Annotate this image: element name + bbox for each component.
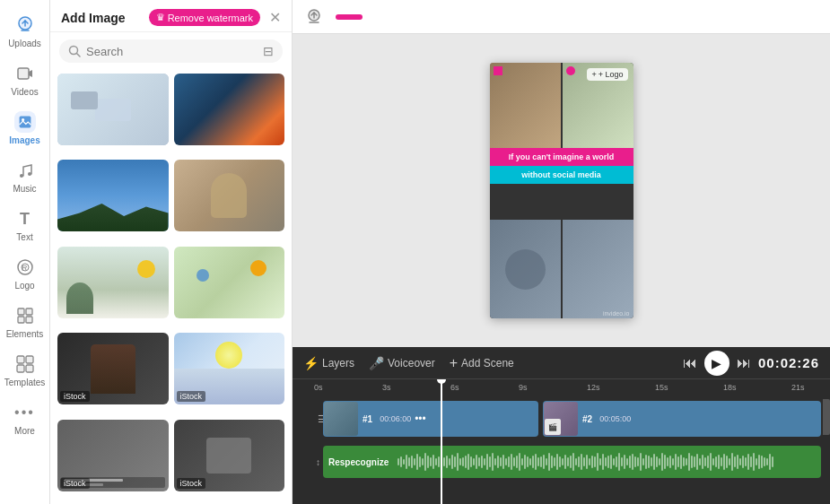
layers-icon: ⚡ xyxy=(303,356,319,370)
brand-bar xyxy=(336,14,363,20)
image-item[interactable]: iStock xyxy=(174,333,285,404)
image-grid: iStock iStock iStock xyxy=(50,70,292,504)
video-track-row: ☰ #1 00:06:00 ••• 🎬 #2 00:05:00 xyxy=(314,399,830,439)
scene2-number: #2 xyxy=(579,413,596,426)
image-item[interactable] xyxy=(57,74,169,145)
image-item[interactable] xyxy=(57,247,169,318)
istock-label: iStock xyxy=(60,391,90,402)
sidebar-item-label: Logo xyxy=(14,281,34,291)
sidebar-item-label: Music xyxy=(13,184,36,194)
uploads-icon xyxy=(14,14,36,36)
image-item[interactable] xyxy=(174,160,285,231)
audio-segment[interactable]: Respecognize (function(){ var w = docume… xyxy=(323,446,821,478)
scene2-thumb: 🎬 xyxy=(544,402,578,436)
svg-rect-14 xyxy=(17,365,24,372)
scene2-segment[interactable]: 🎬 #2 00:05:00 xyxy=(543,401,821,437)
audio-track-left-icon: ↕ xyxy=(316,457,320,467)
elements-icon xyxy=(14,305,36,326)
add-scene-button[interactable]: + Add Scene xyxy=(450,355,514,371)
image-item[interactable]: iStock xyxy=(57,333,169,404)
svg-rect-15 xyxy=(26,365,33,372)
scene2-duration: 00:05:00 xyxy=(599,414,631,423)
ruler-mark-21s: 21s xyxy=(791,383,805,392)
svg-rect-10 xyxy=(18,317,24,323)
istock-label: iStock xyxy=(177,478,206,489)
remove-watermark-button[interactable]: ♛ Remove watermark xyxy=(149,9,260,26)
collage-text-line1: If you can't imagine a world xyxy=(490,148,633,166)
sidebar: Uploads Videos Images M xyxy=(0,0,50,504)
ruler-mark-12s: 12s xyxy=(587,383,600,392)
timeline-tracks: ☰ #1 00:06:00 ••• 🎬 #2 00:05:00 xyxy=(293,395,830,504)
timeline-body: 0s 3s 6s 9s 12s 15s 18s 21s ☰ #1 00 xyxy=(293,379,830,504)
sidebar-item-music[interactable]: Music xyxy=(0,152,50,201)
collage-text-line2: without social media xyxy=(490,166,633,184)
filter-icon[interactable]: ⊟ xyxy=(263,44,274,58)
sidebar-item-templates[interactable]: Templates xyxy=(0,346,50,395)
image-item[interactable] xyxy=(174,74,285,145)
ruler-mark-6s: 6s xyxy=(450,383,459,392)
add-scene-label: Add Scene xyxy=(461,357,514,369)
scene1-duration: 00:06:00 xyxy=(380,414,411,423)
svg-rect-13 xyxy=(26,356,33,363)
sidebar-item-logo[interactable]: R Logo xyxy=(0,249,50,298)
sidebar-item-elements[interactable]: Elements xyxy=(0,298,50,346)
search-icon xyxy=(68,45,81,57)
sidebar-item-images[interactable]: Images xyxy=(0,104,50,152)
canvas-area[interactable]: + + Logo If you can't imagine a world wi… xyxy=(293,34,830,347)
svg-rect-9 xyxy=(26,308,32,315)
play-button[interactable]: ▶ xyxy=(704,351,730,376)
svg-rect-8 xyxy=(18,308,24,315)
main-area: + + Logo If you can't imagine a world wi… xyxy=(293,0,830,504)
ruler-mark-9s: 9s xyxy=(519,383,528,392)
layers-button[interactable]: ⚡ Layers xyxy=(303,356,354,370)
top-toolbar xyxy=(293,0,830,34)
add-logo-button[interactable]: + + Logo xyxy=(587,68,627,81)
remove-watermark-label: Remove watermark xyxy=(168,13,253,23)
ruler-mark-15s: 15s xyxy=(655,383,668,392)
skip-forward-button[interactable]: ⏭ xyxy=(737,355,751,371)
ruler-mark-18s: 18s xyxy=(723,383,737,392)
logo-icon: R xyxy=(14,256,36,278)
corner-dot2 xyxy=(566,66,575,75)
music-icon xyxy=(14,160,36,181)
sidebar-item-text[interactable]: T Text xyxy=(0,201,50,249)
istock-label: iStock xyxy=(177,391,206,402)
svg-rect-1 xyxy=(18,68,29,79)
sidebar-item-more[interactable]: ••• More xyxy=(0,395,50,443)
sidebar-item-label: Elements xyxy=(6,329,44,339)
track-end-marker xyxy=(823,399,830,435)
videos-icon xyxy=(14,63,36,84)
search-input[interactable] xyxy=(86,45,258,58)
audio-track-row: ↕ Respecognize (function(){ var w = docu… xyxy=(314,442,830,482)
scene1-segment[interactable]: #1 00:06:00 ••• xyxy=(323,401,538,437)
sidebar-item-label: Templates xyxy=(4,378,46,387)
sidebar-item-videos[interactable]: Videos xyxy=(0,56,50,104)
image-item[interactable] xyxy=(57,160,169,231)
time-display: 00:02:26 xyxy=(758,355,819,370)
scene1-more-icon[interactable]: ••• xyxy=(415,413,426,425)
timeline-area: ⚡ Layers 🎤 Voiceover + Add Scene ⏮ ▶ ⏭ 0… xyxy=(293,347,830,504)
sidebar-item-uploads[interactable]: Uploads xyxy=(0,7,50,56)
close-button[interactable]: ✕ xyxy=(269,9,281,26)
upload-toolbar-icon[interactable] xyxy=(303,6,325,28)
panel-title: Add Image xyxy=(61,11,126,25)
voiceover-button[interactable]: 🎤 Voiceover xyxy=(369,356,435,370)
image-item[interactable]: iStock xyxy=(57,420,169,491)
voiceover-label: Voiceover xyxy=(388,357,435,369)
watermark-text: invideo.io xyxy=(603,310,630,317)
timeline-toolbar: ⚡ Layers 🎤 Voiceover + Add Scene ⏮ ▶ ⏭ 0… xyxy=(293,347,830,379)
audio-waveform: (function(){ var w = document.currentScr… xyxy=(394,451,821,473)
scene1-thumb xyxy=(324,402,358,436)
playback-controls: ⏮ ▶ ⏭ 00:02:26 xyxy=(683,351,819,376)
skip-back-button[interactable]: ⏮ xyxy=(683,355,697,371)
sidebar-item-label: Text xyxy=(16,232,32,242)
mic-icon: 🎤 xyxy=(369,356,384,370)
image-item[interactable] xyxy=(174,247,285,318)
search-bar: ⊟ xyxy=(59,39,283,63)
collage-preview: + + Logo If you can't imagine a world wi… xyxy=(490,63,633,318)
panel-header: Add Image ♛ Remove watermark ✕ xyxy=(50,0,292,32)
image-item[interactable]: iStock xyxy=(174,420,285,491)
scene1-number: #1 xyxy=(359,413,376,426)
playhead[interactable] xyxy=(441,379,442,504)
ruler-mark-0s: 0s xyxy=(314,383,323,392)
